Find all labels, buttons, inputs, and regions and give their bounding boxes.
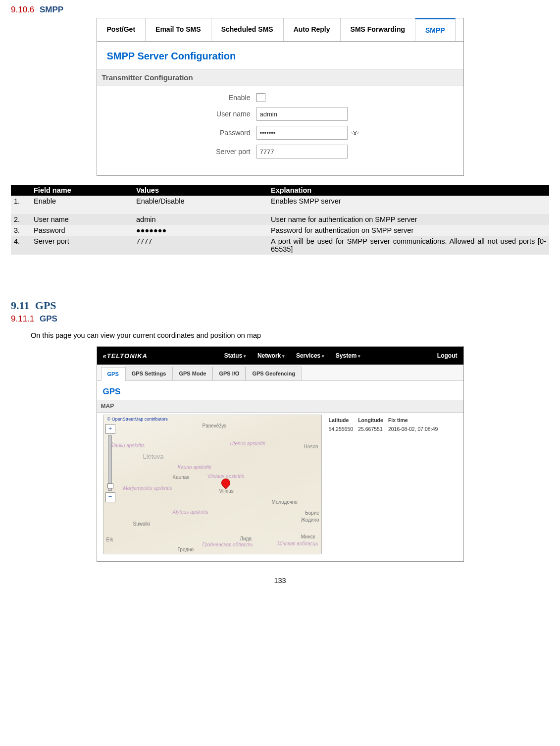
password-input[interactable] bbox=[256, 126, 348, 140]
menu-services[interactable]: Services bbox=[296, 352, 324, 359]
row-enable: Enable bbox=[107, 93, 454, 102]
tab-scheduled-sms[interactable]: Scheduled SMS bbox=[211, 18, 284, 41]
cell-explanation: Password for authentication on SMPP serv… bbox=[268, 225, 549, 236]
coords-header-row: Latitude Longitude Fix time bbox=[329, 416, 443, 425]
map-label: Минск bbox=[301, 534, 315, 539]
section-heading-9-10-6: 9.10.6 SMPP bbox=[11, 5, 549, 15]
section-number: 9.10.6 bbox=[11, 5, 34, 14]
serverport-label: Server port bbox=[107, 148, 256, 156]
serverport-input[interactable] bbox=[256, 145, 348, 159]
cell-field: Password bbox=[31, 225, 133, 236]
smpp-config-title: SMPP Server Configuration bbox=[107, 51, 454, 62]
cell-num: 4. bbox=[11, 236, 31, 255]
tab-post-get[interactable]: Post/Get bbox=[97, 18, 146, 41]
map-label: Борис bbox=[305, 510, 319, 516]
th-fix-time: Fix time bbox=[388, 416, 443, 425]
cell-explanation: A port will be used for SMPP server comm… bbox=[268, 236, 549, 255]
top-menu: Status Network Services System bbox=[219, 352, 365, 359]
tab-gps-io[interactable]: GPS I/O bbox=[212, 367, 246, 380]
table-row: 4. Server port 7777 A port will be used … bbox=[11, 236, 549, 255]
cell-values: admin bbox=[133, 214, 268, 225]
th-blank bbox=[11, 185, 31, 196]
zoom-slider-handle[interactable] bbox=[107, 483, 113, 488]
menu-status[interactable]: Status bbox=[224, 352, 246, 359]
map-label: Suwałki bbox=[133, 521, 150, 527]
gps-content: GPS MAP © OpenStreetMap contributors + −… bbox=[97, 381, 463, 561]
map-label: Lietuva bbox=[143, 453, 164, 460]
cell-latitude: 54.255650 bbox=[329, 425, 358, 433]
cell-longitude: 25.667551 bbox=[358, 425, 388, 433]
cell-field: User name bbox=[31, 214, 133, 225]
map-label: Гродненская область bbox=[203, 542, 253, 547]
section-title: GPS bbox=[40, 314, 57, 323]
map-label: Kaunas bbox=[173, 475, 190, 480]
map-attribution: © OpenStreetMap contributors bbox=[107, 417, 168, 422]
zoom-control: + − bbox=[105, 424, 114, 503]
cell-num: 3. bbox=[11, 225, 31, 236]
menu-network[interactable]: Network bbox=[257, 352, 285, 359]
cell-field: Server port bbox=[31, 236, 133, 255]
menu-system[interactable]: System bbox=[336, 352, 360, 359]
transmitter-config-heading: Transmitter Configuration bbox=[97, 69, 463, 86]
section-number: 9.11.1 bbox=[11, 314, 34, 323]
tab-auto-reply[interactable]: Auto Reply bbox=[284, 18, 341, 41]
cell-num: 1. bbox=[11, 196, 31, 214]
username-input[interactable] bbox=[256, 107, 348, 121]
map-label: Молодечно bbox=[272, 499, 298, 505]
brand-logo: «TELTONIKA bbox=[103, 352, 148, 360]
map-canvas[interactable]: © OpenStreetMap contributors + − Hoson P… bbox=[103, 415, 322, 554]
enable-label: Enable bbox=[107, 94, 256, 102]
section-heading-9-11: 9.11 GPS bbox=[11, 299, 549, 312]
th-explanation: Explanation bbox=[268, 185, 549, 196]
coords-table-wrap: Latitude Longitude Fix time 54.255650 25… bbox=[329, 416, 443, 554]
row-password: Password 👁 bbox=[107, 126, 454, 140]
section-title: SMPP bbox=[40, 5, 63, 14]
section-number: 9.11 bbox=[11, 299, 29, 312]
tab-gps-mode[interactable]: GPS Mode bbox=[172, 367, 212, 380]
tab-gps[interactable]: GPS bbox=[101, 367, 125, 381]
zoom-in-button[interactable]: + bbox=[105, 424, 115, 434]
th-latitude: Latitude bbox=[329, 416, 358, 425]
smpp-tabs: Post/Get Email To SMS Scheduled SMS Auto… bbox=[97, 18, 463, 42]
zoom-out-button[interactable]: − bbox=[105, 492, 115, 502]
map-label: Alytaus apskritis bbox=[173, 509, 208, 515]
tab-smpp[interactable]: SMPP bbox=[415, 18, 456, 41]
password-visibility-icon[interactable]: 👁 bbox=[352, 129, 359, 137]
map-label: Ełk bbox=[106, 537, 113, 542]
cell-field: Enable bbox=[31, 196, 133, 214]
table-row: 3. Password ●●●●●●● Password for authent… bbox=[11, 225, 549, 236]
table-header-row: Field name Values Explanation bbox=[11, 185, 549, 196]
gps-title: GPS bbox=[103, 387, 458, 397]
th-values: Values bbox=[133, 185, 268, 196]
smpp-screenshot: Post/Get Email To SMS Scheduled SMS Auto… bbox=[97, 18, 464, 176]
tab-gps-geofencing[interactable]: GPS Geofencing bbox=[246, 367, 302, 380]
th-field-name: Field name bbox=[31, 185, 133, 196]
map-label: Kauno apskritis bbox=[178, 465, 211, 470]
section-title: GPS bbox=[35, 299, 56, 312]
logout-link[interactable]: Logout bbox=[437, 352, 458, 359]
row-serverport: Server port bbox=[107, 145, 454, 159]
map-label: Vilnius bbox=[219, 488, 234, 494]
map-label: Гродно bbox=[178, 547, 194, 552]
smpp-config-area: SMPP Server Configuration Transmitter Co… bbox=[97, 42, 463, 175]
map-label: Panevėžys bbox=[203, 423, 227, 428]
cell-values: 7777 bbox=[133, 236, 268, 255]
th-longitude: Longitude bbox=[358, 416, 388, 425]
map-label: Marijampolės apskritis bbox=[123, 485, 172, 491]
tab-email-to-sms[interactable]: Email To SMS bbox=[146, 18, 211, 41]
gps-tabs: GPS GPS Settings GPS Mode GPS I/O GPS Ge… bbox=[97, 365, 463, 381]
map-row: © OpenStreetMap contributors + − Hoson P… bbox=[103, 413, 458, 554]
row-username: User name bbox=[107, 107, 454, 121]
cell-values: ●●●●●●● bbox=[133, 225, 268, 236]
tab-gps-settings[interactable]: GPS Settings bbox=[125, 367, 173, 380]
coords-table: Latitude Longitude Fix time 54.255650 25… bbox=[329, 416, 443, 433]
cell-num: 2. bbox=[11, 214, 31, 225]
username-label: User name bbox=[107, 110, 256, 118]
enable-checkbox[interactable] bbox=[256, 93, 265, 102]
map-label: Utenos apskritis bbox=[230, 441, 265, 446]
table-row: 1. Enable Enable/Disable Enables SMPP se… bbox=[11, 196, 549, 214]
map-label: Šiaulių apskritis bbox=[110, 443, 145, 448]
tab-sms-forwarding[interactable]: SMS Forwarding bbox=[341, 18, 415, 41]
gps-screenshot: «TELTONIKA Status Network Services Syste… bbox=[97, 346, 464, 562]
cell-fix-time: 2016-08-02, 07:08:49 bbox=[388, 425, 443, 433]
